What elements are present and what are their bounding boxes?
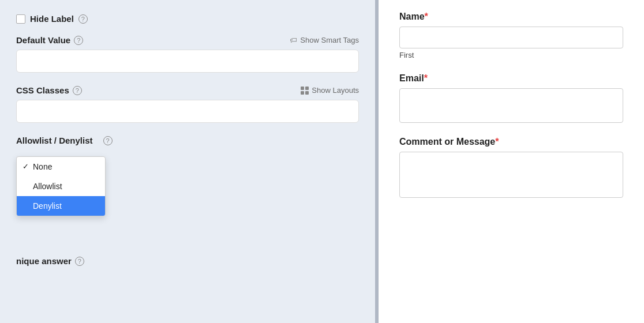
tag-icon: 🏷 (290, 36, 297, 44)
default-value-label: Default Value (16, 35, 70, 45)
dropdown-option-none-label: None (33, 162, 52, 171)
name-label-text: Name (399, 12, 425, 21)
hide-label-text: Hide Label (30, 14, 74, 24)
name-sub-label: First (399, 51, 623, 59)
comment-label: Comment or Message* (399, 137, 623, 147)
grid-icon (301, 87, 309, 95)
comment-form-group: Comment or Message* (399, 137, 623, 200)
name-form-group: Name* First (399, 12, 623, 59)
hide-label-checkbox[interactable] (16, 14, 25, 24)
allowlist-section: Allowlist / Denylist ? None Allowlist De… (16, 136, 359, 158)
unique-answer-row: nique answer ? (16, 256, 359, 266)
comment-label-text: Comment or Message (399, 137, 495, 147)
css-classes-header-left: CSS Classes ? (16, 85, 82, 95)
css-classes-help-icon[interactable]: ? (73, 86, 82, 95)
allowlist-header: Allowlist / Denylist ? (16, 136, 359, 145)
name-required-star: * (425, 12, 428, 21)
allowlist-label: Allowlist / Denylist (16, 136, 93, 145)
default-value-section: Default Value ? 🏷 Show Smart Tags (16, 35, 359, 73)
email-label: Email* (399, 73, 623, 84)
css-classes-input[interactable] (16, 100, 359, 123)
left-panel: Hide Label ? Default Value ? 🏷 Show Smar… (0, 0, 375, 323)
show-smart-tags-label: Show Smart Tags (300, 36, 359, 44)
email-input[interactable] (399, 88, 623, 123)
right-panel: Name* First Email* Comment or Message* (379, 0, 644, 323)
css-classes-header: CSS Classes ? Show Layouts (16, 85, 359, 95)
email-form-group: Email* (399, 73, 623, 123)
default-value-input[interactable] (16, 50, 359, 73)
comment-required-star: * (495, 137, 499, 147)
hide-label-help-icon[interactable]: ? (78, 14, 88, 24)
hide-label-row: Hide Label ? (16, 14, 359, 24)
show-layouts-link[interactable]: Show Layouts (301, 86, 359, 95)
default-value-header: Default Value ? 🏷 Show Smart Tags (16, 35, 359, 45)
dropdown-option-none[interactable]: None (17, 157, 105, 176)
show-layouts-label: Show Layouts (312, 86, 359, 95)
name-input[interactable] (399, 27, 623, 48)
css-classes-label: CSS Classes (16, 85, 69, 95)
dropdown-menu: None Allowlist Denylist (16, 156, 106, 216)
dropdown-option-allowlist-label: Allowlist (33, 182, 62, 191)
name-label: Name* (399, 12, 623, 22)
unique-answer-label: nique answer (16, 256, 72, 266)
unique-answer-help-icon[interactable]: ? (75, 257, 84, 266)
dropdown-option-denylist[interactable]: Denylist (17, 196, 105, 216)
email-label-text: Email (399, 73, 424, 83)
allowlist-help-icon[interactable]: ? (103, 136, 113, 145)
default-value-help-icon[interactable]: ? (74, 36, 83, 45)
default-value-header-left: Default Value ? (16, 35, 83, 45)
show-smart-tags-link[interactable]: 🏷 Show Smart Tags (290, 36, 359, 44)
comment-textarea[interactable] (399, 152, 623, 198)
css-classes-section: CSS Classes ? Show Layouts (16, 85, 359, 123)
email-required-star: * (424, 73, 428, 83)
dropdown-option-denylist-label: Denylist (33, 201, 62, 211)
dropdown-option-allowlist[interactable]: Allowlist (17, 176, 105, 196)
